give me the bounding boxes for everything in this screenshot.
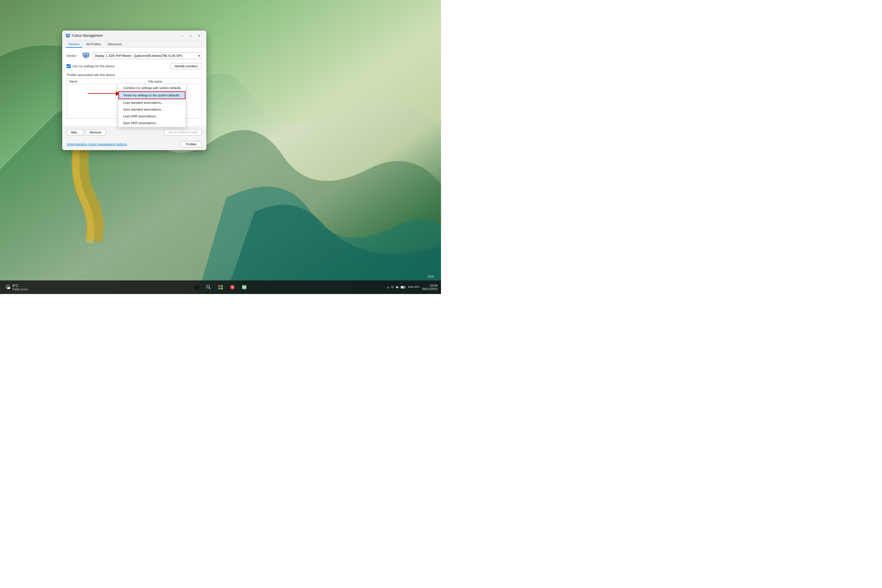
arrow-container [88,91,120,96]
context-menu: Combine my settings with system defaults… [118,84,186,127]
taskbar-center: ⊞ V [192,282,249,292]
device-label: Device: [67,54,80,57]
profiles-button[interactable]: Profiles [181,141,202,147]
battery-icon[interactable] [400,285,406,289]
language-indicator[interactable]: ENG INTL [408,285,420,289]
menu-item-combine[interactable]: Combine my settings with system defaults [118,84,186,91]
identify-monitors-button[interactable]: Identify monitors [171,63,202,69]
device-field-row: Device: Display: 1. EDO PnP Monitor - Qu… [67,52,202,59]
device-value: Display: 1. EDO PnP Monitor - Qualcomm(R… [95,54,182,57]
menu-item-save-hdr[interactable]: Save HDR associations... [118,120,186,126]
taskbar-app-3[interactable] [239,282,249,292]
dialog-footer: Add... Remove Set as Default Profile [62,126,206,138]
menu-item-load-standard[interactable]: Load standard associations... [118,99,186,106]
weather-text: 8°C Partly sunny [12,284,28,291]
app-icon [66,33,70,38]
xda-watermark: XDA [428,274,439,279]
start-button[interactable]: ⊞ [192,282,202,292]
minimize-button[interactable]: ─ [178,33,186,39]
weather-desc: Partly sunny [12,288,28,291]
svg-rect-6 [83,53,88,56]
taskbar-app-icon-2: V [230,284,235,290]
dialog-controls: ─ □ ✕ [178,33,203,39]
checkbox-label: Use my settings for this device [72,64,114,68]
use-my-settings-checkbox[interactable] [67,64,70,68]
red-arrow-icon [88,91,120,96]
remove-button[interactable]: Remove [86,129,106,135]
device-dropdown[interactable]: Display: 1. EDO PnP Monitor - Qualcomm(R… [93,52,202,59]
clock-time: 10:04 [422,284,438,287]
menu-item-reset[interactable]: Reset my settings to the system defaults [118,91,186,99]
search-button[interactable] [204,282,214,292]
clock-date: 09/12/2024 [422,287,438,291]
chevron-up-icon[interactable]: ∧ [387,285,389,289]
dialog-bottom: Understanding colour management settings… [62,138,206,150]
add-button[interactable]: Add... [67,129,83,135]
lang-text: ENG INTL [408,285,420,289]
windows-logo-icon: ⊞ [195,284,199,291]
svg-text:XDA: XDA [428,275,434,278]
svg-rect-16 [221,288,223,290]
menu-item-load-hdr[interactable]: Load HDR associations... [118,113,186,120]
volume-icon[interactable] [396,285,399,289]
maximize-button[interactable]: □ [187,33,195,39]
svg-line-12 [209,288,211,289]
svg-rect-21 [244,286,246,289]
tab-all-profiles[interactable]: All Profiles [83,41,104,48]
weather-icon: 🌤 [6,284,11,290]
svg-rect-9 [84,55,86,56]
taskbar-left: 🌤 8°C Partly sunny [3,283,30,292]
search-icon [206,284,212,290]
dialog-title-left: Colour Management [66,33,103,38]
svg-marker-22 [396,286,398,289]
col-filename-header: File name [148,80,199,83]
network-icon[interactable] [390,285,394,289]
system-clock[interactable]: 10:04 09/12/2024 [422,284,438,291]
tab-devices[interactable]: Devices [66,41,82,48]
weather-temp: 8°C [12,284,28,288]
svg-rect-14 [221,285,223,287]
taskbar-app-2[interactable]: V [227,282,237,292]
taskbar: 🌤 8°C Partly sunny ⊞ [0,280,441,294]
tray-icons: ∧ [387,285,406,289]
desktop: Colour Management ─ □ ✕ Devices All Prof… [0,0,441,294]
monitor-icon [82,52,90,59]
menu-item-save-standard[interactable]: Save standard associations... [118,106,186,113]
svg-rect-24 [405,286,405,288]
tab-advanced[interactable]: Advanced [105,41,124,48]
dialog-title-text: Colour Management [72,34,103,38]
svg-rect-20 [243,286,244,289]
understanding-link[interactable]: Understanding colour management settings [67,142,127,146]
col-name-header: Name [69,80,148,83]
weather-widget[interactable]: 🌤 8°C Partly sunny [3,283,30,292]
close-button[interactable]: ✕ [195,33,203,39]
taskbar-app-icon-3 [242,284,247,290]
svg-point-11 [207,285,210,288]
dialog-titlebar: Colour Management ─ □ ✕ [62,30,206,41]
profiles-section-label: Profiles associated with this device: [67,73,202,76]
taskbar-app-1[interactable] [215,282,226,292]
svg-rect-3 [67,37,69,38]
svg-rect-15 [218,288,220,290]
svg-rect-8 [84,58,88,58]
set-default-profile-button: Set as Default Profile [164,129,202,135]
svg-rect-13 [218,285,220,287]
svg-text:V: V [231,286,234,289]
checkbox-row: Use my settings for this device Identify… [67,63,202,69]
tab-bar: Devices All Profiles Advanced [62,41,206,48]
system-tray: ∧ [387,284,438,291]
svg-rect-2 [66,34,69,36]
taskbar-app-icon-1 [218,284,224,290]
taskbar-right: ∧ [387,284,438,291]
svg-rect-25 [401,286,404,288]
dropdown-arrow-icon: ▾ [198,54,200,57]
svg-rect-10 [86,55,87,56]
svg-rect-7 [85,57,87,58]
